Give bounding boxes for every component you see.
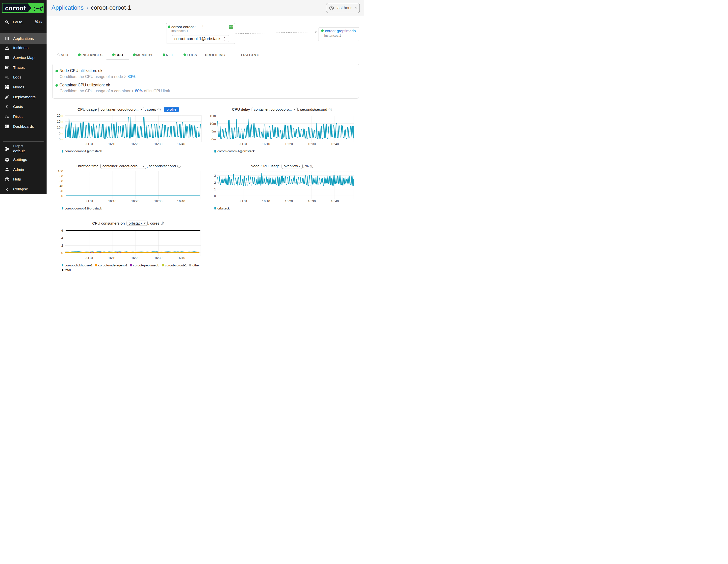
svg-text:16:10: 16:10 <box>108 199 116 203</box>
svg-text:0m: 0m <box>211 137 216 141</box>
svg-text:Jul 31: Jul 31 <box>239 142 248 146</box>
svg-text:60: 60 <box>60 179 63 183</box>
svg-text:16:20: 16:20 <box>285 199 293 203</box>
svg-text:10m: 10m <box>57 126 63 129</box>
svg-text:16:10: 16:10 <box>262 142 270 146</box>
svg-text:16:30: 16:30 <box>154 199 162 203</box>
svg-text:15m: 15m <box>210 114 216 118</box>
svg-text:0: 0 <box>214 194 216 198</box>
svg-text:5m: 5m <box>211 129 216 133</box>
svg-text:16:40: 16:40 <box>177 142 185 146</box>
svg-text:80: 80 <box>60 174 63 178</box>
svg-text:10m: 10m <box>210 122 216 126</box>
svg-text:2: 2 <box>61 244 63 247</box>
svg-text:40: 40 <box>60 184 63 188</box>
svg-text:16:40: 16:40 <box>177 199 185 203</box>
svg-text:16:20: 16:20 <box>131 142 139 146</box>
svg-text:1: 1 <box>214 187 216 191</box>
svg-text:16:20: 16:20 <box>131 199 139 203</box>
svg-text:Jul 31: Jul 31 <box>85 256 94 260</box>
svg-text:20m: 20m <box>57 114 63 117</box>
svg-text:Jul 31: Jul 31 <box>239 199 248 203</box>
svg-text:Jul 31: Jul 31 <box>85 142 94 146</box>
svg-text:4: 4 <box>61 236 63 240</box>
svg-text:0: 0 <box>61 194 63 198</box>
svg-text:16:10: 16:10 <box>108 256 116 260</box>
svg-text:0m: 0m <box>59 137 63 141</box>
svg-text:16:30: 16:30 <box>308 142 316 146</box>
svg-text:16:30: 16:30 <box>308 199 316 203</box>
svg-text:16:10: 16:10 <box>108 142 116 146</box>
svg-text:20: 20 <box>60 189 63 193</box>
svg-text:Jul 31: Jul 31 <box>85 199 94 203</box>
svg-text:100: 100 <box>58 169 63 173</box>
svg-text:6: 6 <box>61 229 63 232</box>
svg-text:2: 2 <box>214 181 216 184</box>
svg-text:16:10: 16:10 <box>262 199 270 203</box>
svg-text:5m: 5m <box>59 131 63 135</box>
svg-text:16:40: 16:40 <box>331 142 339 146</box>
svg-text:15m: 15m <box>57 120 63 123</box>
svg-text:3: 3 <box>214 174 216 178</box>
svg-text:16:20: 16:20 <box>131 256 139 260</box>
svg-text:16:30: 16:30 <box>154 256 162 260</box>
svg-text:16:40: 16:40 <box>177 256 185 260</box>
svg-text:16:40: 16:40 <box>331 199 339 203</box>
svg-text:0: 0 <box>61 251 63 255</box>
svg-text:16:30: 16:30 <box>154 142 162 146</box>
svg-text:16:20: 16:20 <box>285 142 293 146</box>
